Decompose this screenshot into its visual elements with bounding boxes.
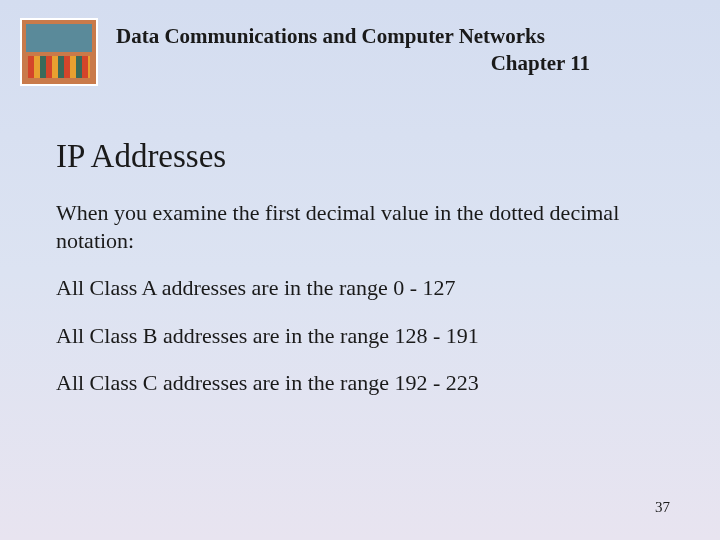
bullet-class-b: All Class B addresses are in the range 1… [56,322,660,350]
chapter-label: Chapter 11 [116,51,620,76]
course-title: Data Communications and Computer Network… [116,24,620,49]
page-number: 37 [655,499,670,516]
bullet-class-c: All Class C addresses are in the range 1… [56,369,660,397]
slide-header: Data Communications and Computer Network… [0,0,720,86]
header-text-block: Data Communications and Computer Network… [98,18,700,76]
slide-title: IP Addresses [56,138,660,175]
slide-content: IP Addresses When you examine the first … [0,86,720,397]
bullet-class-a: All Class A addresses are in the range 0… [56,274,660,302]
intro-text: When you examine the first decimal value… [56,199,660,254]
logo-image [20,18,98,86]
